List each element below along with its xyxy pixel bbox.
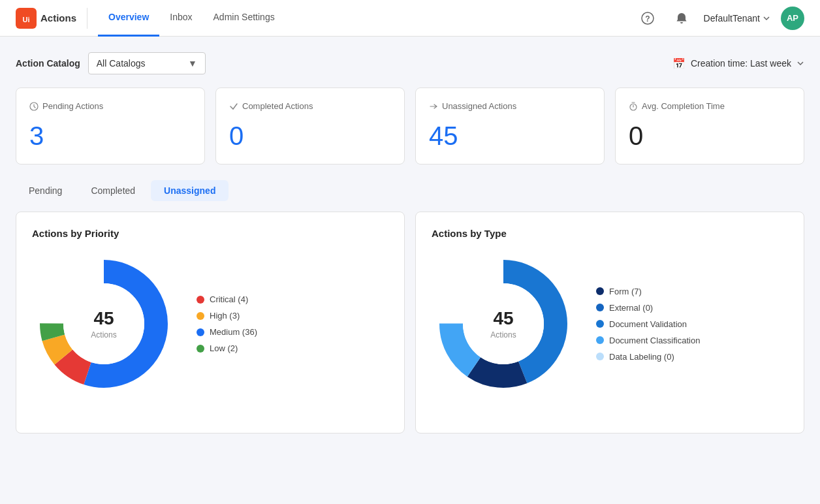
chart-type: Actions by Type [415, 212, 804, 433]
legend-doc-validation: Document Validation [596, 319, 700, 329]
header-divider [87, 8, 87, 29]
help-button[interactable]: ? [636, 7, 659, 30]
check-icon [229, 102, 238, 111]
charts-row: Actions by Priority [16, 212, 804, 433]
chart-priority: Actions by Priority [16, 212, 405, 433]
logo: Ui Actions [16, 8, 76, 29]
legend-low: Low (2) [197, 343, 257, 353]
uipath-logo-icon: Ui [16, 8, 37, 29]
arrow-icon [429, 102, 438, 111]
stat-value-completed: 0 [229, 121, 391, 151]
nav-inbox[interactable]: Inbox [159, 0, 202, 37]
bell-icon [675, 12, 688, 25]
avatar: AP [781, 7, 804, 30]
priority-legend: Critical (4) High (3) Medium (36) Low (2… [197, 294, 257, 353]
legend-data-labeling: Data Labeling (0) [596, 352, 700, 362]
nav-admin-settings[interactable]: Admin Settings [203, 0, 285, 37]
legend-external: External (0) [596, 303, 700, 313]
tabs-row: Pending Completed Unassigned [16, 180, 804, 201]
critical-label: Critical (4) [210, 294, 248, 304]
type-legend: Form (7) External (0) Document Validatio… [596, 287, 700, 362]
stat-value-unassigned: 45 [429, 121, 591, 151]
calendar-icon: 📅 [672, 57, 686, 70]
data-labeling-dot [596, 353, 604, 360]
nav-overview[interactable]: Overview [98, 0, 159, 37]
priority-donut-svg [32, 252, 176, 396]
app-name: Actions [40, 12, 76, 24]
notifications-button[interactable] [670, 7, 693, 30]
tab-pending[interactable]: Pending [16, 180, 75, 201]
legend-doc-classification: Document Classification [596, 336, 700, 345]
tab-unassigned[interactable]: Unassigned [151, 180, 229, 201]
stat-card-unassigned: Unassigned Actions 45 [415, 87, 605, 165]
data-labeling-label: Data Labeling (0) [609, 352, 674, 362]
stat-card-completed: Completed Actions 0 [215, 87, 405, 165]
type-donut-svg [432, 252, 575, 396]
doc-validation-label: Document Validation [609, 319, 687, 329]
svg-text:?: ? [645, 14, 650, 24]
tab-completed[interactable]: Completed [78, 180, 148, 201]
legend-medium: Medium (36) [197, 327, 257, 337]
stats-row: Pending Actions 3 Completed Actions 0 Un… [16, 87, 804, 165]
doc-classification-label: Document Classification [609, 336, 700, 345]
timer-icon [629, 102, 638, 111]
critical-dot [197, 296, 204, 304]
doc-classification-dot [596, 336, 604, 344]
form-label: Form (7) [609, 287, 642, 296]
stat-card-pending: Pending Actions 3 [16, 87, 205, 165]
donut-type-chart: 45 Actions [432, 252, 575, 396]
svg-point-14 [463, 283, 544, 364]
chart-type-title: Actions by Type [432, 228, 788, 239]
legend-critical: Critical (4) [197, 294, 257, 304]
date-filter[interactable]: 📅 Creation time: Last week [672, 57, 804, 70]
external-dot [596, 304, 604, 311]
high-label: High (3) [210, 311, 240, 321]
clock-icon [29, 102, 39, 111]
stat-title-pending: Pending Actions [29, 101, 191, 111]
date-chevron-icon [796, 59, 804, 67]
catalog-label: Action Catalog [16, 58, 80, 69]
date-filter-label: Creation time: Last week [691, 58, 791, 69]
chart-priority-title: Actions by Priority [32, 228, 388, 239]
svg-text:Ui: Ui [23, 16, 30, 24]
app-header: Ui Actions Overview Inbox Admin Settings… [0, 0, 820, 37]
catalog-dropdown[interactable]: All Catalogs ▼ [88, 52, 206, 74]
svg-point-10 [63, 283, 144, 364]
filter-left: Action Catalog All Catalogs ▼ [16, 52, 206, 74]
main-nav: Overview Inbox Admin Settings [98, 0, 636, 37]
catalog-value: All Catalogs [97, 58, 146, 69]
legend-high: High (3) [197, 311, 257, 321]
stat-value-avg-time: 0 [629, 121, 791, 151]
filter-bar: Action Catalog All Catalogs ▼ 📅 Creation… [16, 52, 804, 74]
low-label: Low (2) [210, 343, 238, 353]
stat-title-completed: Completed Actions [229, 101, 391, 111]
form-dot [596, 287, 604, 295]
stat-card-avg-time: Avg. Completion Time 0 [615, 87, 804, 165]
donut-priority-chart: 45 Actions [32, 252, 176, 396]
legend-form: Form (7) [596, 287, 700, 296]
donut-type-area: 45 Actions Form (7) External (0) [432, 252, 788, 396]
donut-priority-area: 45 Actions Critical (4) High (3) [32, 252, 388, 396]
stat-title-avg-time: Avg. Completion Time [629, 101, 791, 111]
page-content: Action Catalog All Catalogs ▼ 📅 Creation… [0, 37, 820, 449]
header-right: ? DefaultTenant AP [636, 7, 804, 30]
tenant-selector[interactable]: DefaultTenant [704, 13, 770, 24]
medium-label: Medium (36) [210, 327, 257, 337]
high-dot [197, 312, 204, 320]
help-icon: ? [641, 12, 654, 25]
medium-dot [197, 328, 204, 336]
tenant-name: DefaultTenant [704, 13, 760, 24]
chevron-down-icon [763, 14, 770, 22]
external-label: External (0) [609, 303, 653, 313]
stat-value-pending: 3 [29, 121, 191, 151]
doc-validation-dot [596, 320, 604, 328]
low-dot [197, 345, 204, 353]
dropdown-chevron-icon: ▼ [188, 58, 197, 69]
stat-title-unassigned: Unassigned Actions [429, 101, 591, 111]
